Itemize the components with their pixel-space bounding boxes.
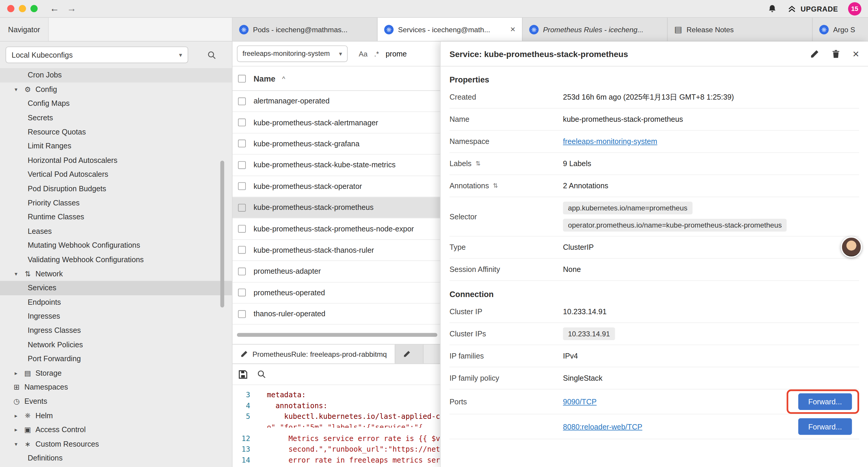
minimize-window-button[interactable] [19,5,26,12]
sidebar-item[interactable]: Priority Classes [0,196,232,210]
sidebar-item[interactable]: Validating Webhook Configurations [0,253,232,267]
sidebar-item[interactable]: ▸ ▤ Storage [0,366,232,380]
sidebar-item[interactable]: Config Maps [0,96,232,111]
edit-pencil-icon[interactable] [810,49,819,59]
row-checkbox[interactable] [238,161,246,169]
sidebar-item-label: Services [28,284,56,292]
row-checkbox[interactable] [238,225,246,233]
sidebar-item[interactable]: Limit Ranges [0,139,232,153]
dock-tab[interactable]: PrometheusRule: freeleaps-prod-rabbitmq [232,345,395,363]
namespace-selector[interactable]: freeleaps-monitoring-system ▾ [237,46,348,62]
avatar[interactable] [841,236,862,258]
editor-tab[interactable]: ⎈ Pods - icecheng@mathmas... [232,18,378,41]
row-checkbox[interactable] [238,246,246,254]
editor-search-icon[interactable] [257,370,266,379]
forward-button[interactable]: Forward... [798,418,852,435]
chevron-down-icon[interactable]: ▾ [12,86,20,92]
sidebar-item[interactable]: ▸ ▣ Access Control [0,423,232,437]
select-all-checkbox[interactable] [238,75,246,82]
row-checkbox[interactable] [238,97,246,105]
chevron-down-icon: ▾ [179,51,182,58]
sort-asc-icon[interactable]: ^ [282,75,285,82]
search-icon[interactable] [207,50,217,60]
line-number: 12 [232,433,258,444]
property-link[interactable]: 8080:reloader-web/TCP [563,422,643,431]
name-column-header[interactable]: Name [253,74,275,83]
sidebar-item[interactable]: ◷ Events [0,394,232,408]
sidebar-scrollbar[interactable] [220,161,224,308]
back-icon[interactable]: ← [50,3,59,14]
property-label: Selector [450,212,477,221]
close-tab-icon[interactable]: × [510,25,516,34]
window-controls [7,5,37,12]
sidebar-item[interactable]: Mutating Webhook Configurations [0,238,232,253]
sidebar-item[interactable]: Pod Disruption Budgets [0,181,232,196]
notification-count-badge[interactable]: 15 [848,2,862,16]
sidebar-item[interactable]: Resource Quotas [0,125,232,139]
editor-tab[interactable]: ⎈ Services - icecheng@math... × [378,18,523,41]
zoom-window-button[interactable] [30,5,37,12]
sidebar-item[interactable]: Vertical Pod Autoscalers [0,167,232,181]
sidebar-item[interactable]: Horizontal Pod Autoscalers [0,153,232,167]
notifications-bell-icon[interactable] [767,4,777,14]
row-checkbox[interactable] [238,140,246,147]
editor-tab[interactable]: ⎈ Prometheus Rules - icecheng... [523,18,668,41]
navigator-tree: Cron Jobs ▾ ⚙ Config Config Maps [0,68,232,465]
match-case-toggle[interactable]: Aa [359,50,368,58]
regex-toggle[interactable]: .* [374,50,379,58]
property-link[interactable]: freeleaps-monitoring-system [563,138,657,146]
sidebar-item[interactable]: ▸ ⎈ Helm [0,408,232,423]
row-checkbox[interactable] [238,267,246,275]
sidebar-item[interactable]: Runtime Classes [0,210,232,224]
sidebar-item[interactable]: Cron Jobs [0,68,232,83]
row-checkbox[interactable] [238,310,246,318]
sort-toggle-icon[interactable]: ⇅ [475,160,480,167]
service-name: kube-prometheus-stack-prometheus [253,203,373,212]
sidebar-item[interactable]: Ingresses [0,309,232,323]
sidebar-item[interactable]: ▾ ⚙ Config [0,83,232,97]
row-checkbox[interactable] [238,289,246,296]
sort-toggle-icon[interactable]: ⇅ [493,182,498,189]
kubernetes-icon: ⎈ [529,25,538,34]
row-checkbox[interactable] [238,119,246,126]
forward-button[interactable]: Forward... [798,393,852,410]
forward-icon[interactable]: → [67,3,76,14]
chevron-right-icon[interactable]: ▸ [12,427,20,433]
navigator-tab[interactable]: Navigator [0,18,49,41]
sidebar-item-label: Secrets [28,114,53,122]
sidebar-item[interactable]: Port Forwarding [0,352,232,366]
sidebar-item[interactable]: Services [0,281,232,295]
chevron-right-icon[interactable]: ▸ [12,412,20,418]
property-link[interactable]: 9090/TCP [563,398,597,406]
dock-tab[interactable] [395,345,423,363]
kubeconfig-selector[interactable]: Local Kubeconfigs ▾ [6,47,188,63]
sidebar-item[interactable]: ▾ ∗ Custom Resources [0,437,232,451]
sidebar-item[interactable]: ▾ ⇅ Network [0,267,232,281]
close-window-button[interactable] [7,5,14,12]
horizontal-scrollbar[interactable] [237,333,437,337]
sidebar-item[interactable]: Definitions [0,451,232,465]
chevron-down-icon[interactable]: ▾ [12,271,20,277]
navigator-label: Navigator [8,25,40,33]
property-value: 2 Annotations [563,182,608,190]
editor-tab[interactable]: ▤ Release Notes [668,18,813,41]
sidebar-item-label: Port Forwarding [28,355,81,363]
sidebar-item[interactable]: Ingress Classes [0,323,232,338]
chevron-down-icon[interactable]: ▾ [12,441,20,447]
sidebar-item[interactable]: ⊞ Namespaces [0,380,232,394]
property-row: IP families IPv4 [450,345,859,368]
row-checkbox[interactable] [238,204,246,211]
sidebar-item[interactable]: Network Policies [0,338,232,352]
save-icon[interactable] [238,369,248,379]
sidebar-item[interactable]: Leases [0,224,232,238]
sidebar-item[interactable]: Endpoints [0,295,232,309]
service-name: alertmanager-operated [253,97,330,105]
search-input[interactable] [385,50,435,58]
chevron-right-icon[interactable]: ▸ [12,370,20,376]
delete-trash-icon[interactable] [832,49,840,59]
sidebar-item[interactable]: Secrets [0,111,232,125]
row-checkbox[interactable] [238,182,246,190]
upgrade-button[interactable]: UPGRADE [787,4,838,13]
close-drawer-icon[interactable]: × [852,48,859,59]
editor-tab[interactable]: ⎈ Argo S [813,18,868,41]
